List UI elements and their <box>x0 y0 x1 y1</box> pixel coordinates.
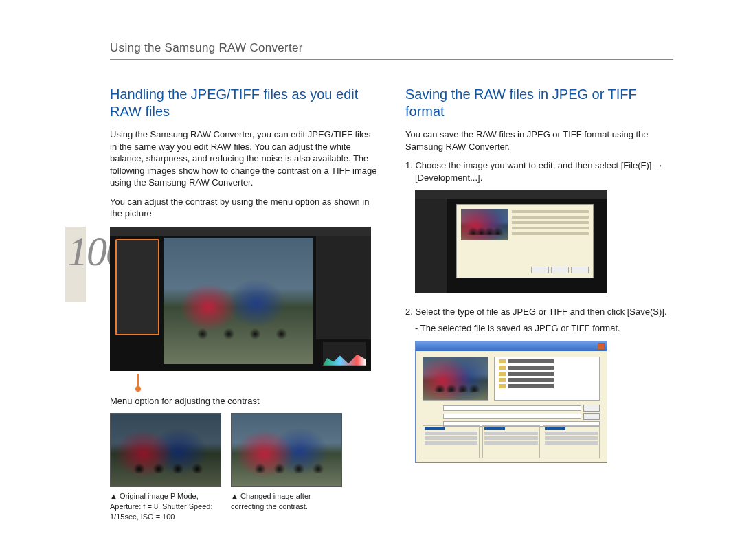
editor-preview-image <box>164 238 313 364</box>
right-heading: Saving the RAW files in JPEG or TIFF for… <box>405 86 673 120</box>
page-content: Using the Samsung RAW Converter Handling… <box>110 41 673 522</box>
figure-editor-screenshot <box>110 227 371 371</box>
left-column: Handling the JPEG/TIFF files as you edit… <box>110 86 378 522</box>
thumbnail-original: ▲ Original image P Mode, Aperture: f = 8… <box>110 413 221 522</box>
editor-toolbar <box>110 227 371 236</box>
editor-contrast-panel-highlight <box>115 239 159 335</box>
dev-dialog-preview <box>461 209 508 240</box>
thumbnail-original-caption: ▲ Original image P Mode, Aperture: f = 8… <box>110 491 221 522</box>
thumbnail-changed: ▲ Changed image after correcting the con… <box>231 413 342 522</box>
figure-save-dialog <box>415 341 607 463</box>
editor-right-panel <box>316 236 371 339</box>
chapter-title: Using the Samsung RAW Converter <box>110 41 673 55</box>
left-paragraph-2: You can adjust the contrast by using the… <box>110 196 378 220</box>
right-column: Saving the RAW files in JPEG or TIFF for… <box>405 86 673 522</box>
figure-caption-menu: Menu option for adjusting the contrast <box>110 396 378 406</box>
step-2-sub: - The selected file is saved as JPEG or … <box>405 322 673 335</box>
chapter-header: Using the Samsung RAW Converter <box>110 41 673 60</box>
dev-side-panel <box>415 199 447 293</box>
step-2: 2. Select the type of file as JPEG or TI… <box>405 306 673 318</box>
save-dialog-option-groups <box>423 425 600 458</box>
thumbnail-changed-image <box>231 413 342 487</box>
save-button-icon <box>583 405 600 412</box>
left-heading: Handling the JPEG/TIFF files as you edit… <box>110 86 378 120</box>
thumbnail-original-image <box>110 413 221 487</box>
two-column-layout: Handling the JPEG/TIFF files as you edit… <box>110 86 673 522</box>
step-1: 1. Choose the image you want to edit, an… <box>405 159 673 183</box>
save-dialog-fields <box>423 405 600 428</box>
opt-group-unsharp <box>482 425 539 458</box>
dev-dialog-fields <box>512 210 589 238</box>
cancel-button-icon <box>583 413 600 420</box>
opt-group-size <box>543 425 600 458</box>
close-icon <box>598 343 605 350</box>
dev-dialog-buttons <box>531 267 589 273</box>
thumbnail-changed-caption: ▲ Changed image after correcting the con… <box>231 491 342 512</box>
right-paragraph-1: You can save the RAW files in JPEG or TI… <box>405 128 673 153</box>
dev-dialog-box <box>456 204 594 278</box>
dev-toolbar <box>415 190 607 199</box>
left-paragraph-1: Using the Samsung RAW Converter, you can… <box>110 128 378 189</box>
callout-dot <box>135 386 141 392</box>
save-dialog-titlebar <box>416 341 607 351</box>
save-dialog-file-tree <box>494 357 600 401</box>
save-dialog-preview <box>423 357 488 401</box>
figure-development-dialog <box>415 190 607 293</box>
editor-histogram <box>323 342 366 366</box>
opt-group-compression <box>423 425 480 458</box>
thumbnail-row: ▲ Original image P Mode, Aperture: f = 8… <box>110 413 378 522</box>
